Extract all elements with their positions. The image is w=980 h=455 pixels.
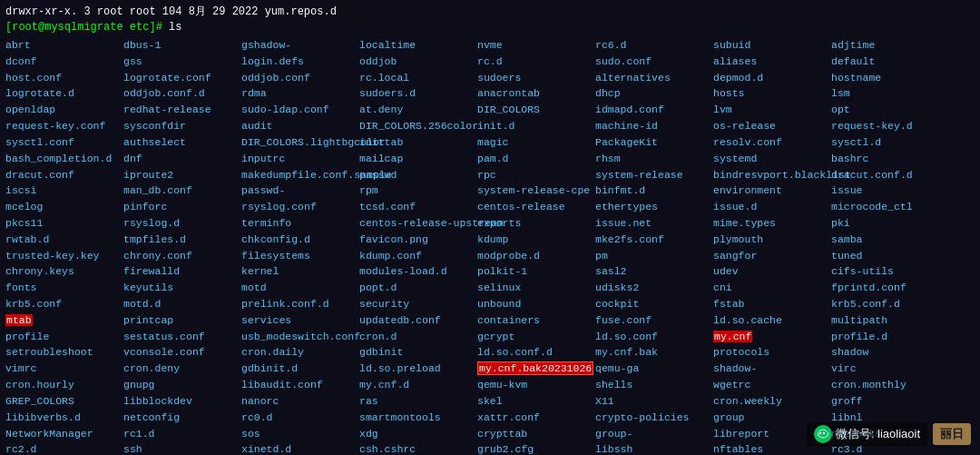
file-libibverbsd: libibverbs.d (5, 410, 123, 426)
wechat-badge: 微信号: liaoliaoit (807, 422, 927, 446)
file-magic: magic (477, 134, 595, 151)
file-gnupg: gnupg (123, 377, 241, 393)
file-grepcolors: GREP_COLORS (5, 393, 123, 410)
file-vconsoleconf: vconsole.conf (123, 344, 241, 361)
file-xinetdd: xinetd.d (241, 441, 359, 455)
file-firewalld: firewalld (123, 263, 241, 280)
file-chronyconf: chrony.conf (123, 248, 241, 264)
file-requestkeyd: request-key.d (831, 118, 949, 134)
file-authselect: authselect (123, 134, 241, 151)
file-centosrelease: centos-release (477, 199, 595, 215)
file-rwtabd: rwtab.d (5, 232, 123, 248)
file-terminfo: terminfo (241, 215, 359, 232)
file-pkcs11: pkcs11 (5, 215, 123, 232)
file-group-: group- (595, 426, 713, 442)
file-setroubleshoot: setroubleshoot (5, 344, 123, 361)
file-profile: profile (5, 329, 123, 345)
file-rsyslogconf: rsyslog.conf (241, 199, 359, 215)
file-motdd: motd.d (123, 296, 241, 312)
file-cronhourly: cron.hourly (5, 377, 123, 393)
file-rc0d: rc0.d (241, 410, 359, 426)
file-chkconfiged: chkconfig.d (241, 232, 359, 248)
file-hostname: hostname (831, 70, 949, 86)
file-dconf: dconf (5, 54, 123, 70)
file-sysctlconf: sysctl.conf (5, 134, 123, 151)
file-profiled: profile.d (831, 329, 949, 345)
file-printcap: printcap (123, 312, 241, 329)
file-qemukvm: qemu-kvm (477, 377, 595, 393)
file-crypttab: crypttab (477, 426, 595, 442)
file-inittab: inittab (359, 134, 477, 151)
file-polkit1: polkit-1 (477, 263, 595, 280)
file-xdg: xdg (359, 426, 477, 442)
file-shells: shells (595, 377, 713, 393)
file-kdump: kdump (477, 232, 595, 248)
file-redhat-release: redhat-release (123, 102, 241, 118)
file-ras: ras (359, 393, 477, 410)
file-rpm: rpm (359, 183, 477, 199)
file-dracutconf: dracut.conf (5, 167, 123, 183)
file-audit: audit (241, 118, 359, 134)
file-issuenet: issue.net (595, 215, 713, 232)
file-default: default (831, 54, 949, 70)
file-makedumpfile: makedumpfile.conf.sample (241, 167, 359, 183)
file-systemreleasecpe: system-release-cpe (477, 183, 595, 199)
file-networkmanager: NetworkManager (5, 426, 123, 442)
file-lvm: lvm (713, 102, 831, 118)
file-udev: udev (713, 263, 831, 280)
file-keyutils: keyutils (123, 280, 241, 296)
file-bindresvport: bindresvport.blacklist (713, 167, 831, 183)
file-pamd: pam.d (477, 151, 595, 167)
file-fonts: fonts (5, 280, 123, 296)
file-prelinkconfd: prelink.conf.d (241, 296, 359, 312)
file-motd: motd (241, 280, 359, 296)
file-iscsi: iscsi (5, 183, 123, 199)
file-systemrelease: system-release (595, 167, 713, 183)
file-ldsoconfd: ld.so.conf.d (477, 344, 595, 361)
file-cockpit: cockpit (595, 296, 713, 312)
svg-point-1 (823, 432, 825, 434)
file-x11: X11 (595, 393, 713, 410)
file-rhsm: rhsm (595, 151, 713, 167)
file-passwd: passwd (359, 167, 477, 183)
file-poptd: popt.d (359, 280, 477, 296)
file-packagekit: PackageKit (595, 134, 713, 151)
file-exports: exports (477, 215, 595, 232)
file-dbus1: dbus-1 (123, 37, 241, 54)
command-line: [root@mysqlmigrate etc]# ls (5, 21, 975, 34)
file-sudoers: sudoers (477, 70, 595, 86)
file-faviconpng: favicon.png (359, 232, 477, 248)
file-rc2d: rc2.d (5, 441, 123, 455)
file-ssh: ssh (123, 441, 241, 455)
file-libssh: libssh (595, 441, 713, 455)
file-netconfig: netconfig (123, 410, 241, 426)
file-subuid: subuid (713, 37, 831, 54)
file-mke2fsconf: mke2fs.conf (595, 232, 713, 248)
file-services: services (241, 312, 359, 329)
file-multipath: multipath (831, 312, 949, 329)
file-trustedkeykey: trusted-key.key (5, 248, 123, 264)
svg-point-0 (819, 432, 821, 434)
file-sangfor: sangfor (713, 248, 831, 264)
file-mycnfbak: my.cnf.bak (595, 344, 713, 361)
file-dnf: dnf (123, 151, 241, 167)
file-dhcp: dhcp (595, 85, 713, 102)
file-dracutconfd: dracut.conf.d (831, 167, 949, 183)
header-line: drwxr-xr-x. 3 root root 104 8月 29 2022 y… (5, 4, 975, 19)
file-passwd-: passwd- (241, 183, 359, 199)
file-mcelog: mcelog (5, 199, 123, 215)
file-rc1d: rc1.d (123, 426, 241, 442)
file-containers: containers (477, 312, 595, 329)
file-sysconfdir: sysconfdir (123, 118, 241, 134)
file-plymouth: plymouth (713, 232, 831, 248)
watermark-area: 微信号: liaoliaoit 丽日 (807, 422, 971, 446)
file-logindefs: login.defs (241, 54, 359, 70)
file-ldsopreload: ld.so.preload (359, 361, 477, 377)
file-cni: cni (713, 280, 831, 296)
file-xattrconf: xattr.conf (477, 410, 595, 426)
file-mycnfd: my.cnf.d (359, 377, 477, 393)
file-atdeny: at.deny (359, 102, 477, 118)
file-fprintdconf: fprintd.conf (831, 280, 949, 296)
file-binfmtd: binfmt.d (595, 183, 713, 199)
file-mimetypes: mime.types (713, 215, 831, 232)
